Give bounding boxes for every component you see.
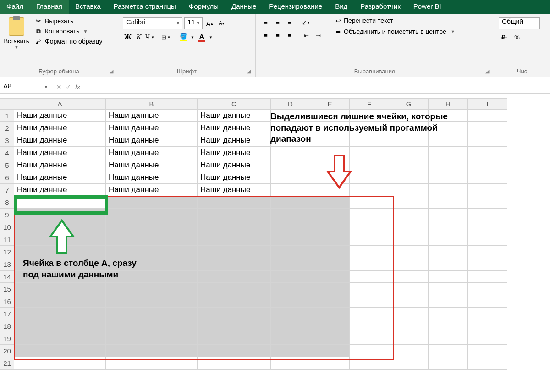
cell-C19[interactable] xyxy=(198,332,271,345)
cell-H8[interactable] xyxy=(429,196,468,209)
cell-I21[interactable] xyxy=(468,357,507,370)
cell-A10[interactable] xyxy=(14,221,106,233)
cell-C20[interactable] xyxy=(198,345,271,357)
cell-D17[interactable] xyxy=(271,308,310,320)
cell-F8[interactable] xyxy=(350,196,389,209)
cell-B5[interactable]: Наши данные xyxy=(106,159,198,171)
cell-G4[interactable] xyxy=(389,147,429,159)
cell-G13[interactable] xyxy=(389,258,429,271)
cell-I9[interactable] xyxy=(468,209,507,221)
cell-B3[interactable]: Наши данные xyxy=(106,134,198,147)
cell-F15[interactable] xyxy=(350,283,389,295)
tab-developer[interactable]: Разработчик xyxy=(354,0,407,14)
merge-center-button[interactable]: ⬌ Объединить и поместить в центре ▼ xyxy=(333,27,458,37)
cell-I4[interactable] xyxy=(468,147,507,159)
column-header-I[interactable]: I xyxy=(468,99,507,110)
cell-I15[interactable] xyxy=(468,283,507,295)
cell-B2[interactable]: Наши данные xyxy=(106,122,198,134)
cell-G11[interactable] xyxy=(389,233,429,246)
cell-E5[interactable] xyxy=(310,159,350,171)
cell-H5[interactable] xyxy=(429,159,468,171)
cell-E21[interactable] xyxy=(310,357,350,370)
cell-B14[interactable] xyxy=(106,271,198,283)
cell-B6[interactable]: Наши данные xyxy=(106,171,198,184)
cell-A7[interactable]: Наши данные xyxy=(14,184,106,196)
cell-E9[interactable] xyxy=(310,209,350,221)
cell-E14[interactable] xyxy=(310,271,350,283)
cell-I10[interactable] xyxy=(468,221,507,233)
cell-F18[interactable] xyxy=(350,320,389,332)
italic-button[interactable]: К xyxy=(134,32,144,42)
cell-G1[interactable] xyxy=(389,110,429,122)
cell-D16[interactable] xyxy=(271,295,310,308)
cell-C4[interactable]: Наши данные xyxy=(198,147,271,159)
cell-C14[interactable] xyxy=(198,271,271,283)
cell-E11[interactable] xyxy=(310,233,350,246)
cell-H10[interactable] xyxy=(429,221,468,233)
fx-icon[interactable]: fx xyxy=(75,83,80,91)
cell-I13[interactable] xyxy=(468,258,507,271)
bold-button[interactable]: Ж xyxy=(123,32,133,42)
cell-C8[interactable] xyxy=(198,196,271,209)
cell-A5[interactable]: Наши данные xyxy=(14,159,106,171)
cell-I1[interactable] xyxy=(468,110,507,122)
column-header-E[interactable]: E xyxy=(310,99,350,110)
align-bottom-button[interactable]: ≡ xyxy=(284,17,295,28)
cell-D21[interactable] xyxy=(271,357,310,370)
enter-formula-button[interactable]: ✓ xyxy=(66,83,72,91)
cell-F4[interactable] xyxy=(350,147,389,159)
cell-G9[interactable] xyxy=(389,209,429,221)
cell-F13[interactable] xyxy=(350,258,389,271)
cell-C18[interactable] xyxy=(198,320,271,332)
cell-E16[interactable] xyxy=(310,295,350,308)
column-header-C[interactable]: C xyxy=(198,99,271,110)
cell-H4[interactable] xyxy=(429,147,468,159)
cell-D15[interactable] xyxy=(271,283,310,295)
cell-F9[interactable] xyxy=(350,209,389,221)
column-header-B[interactable]: B xyxy=(106,99,198,110)
cell-G20[interactable] xyxy=(389,345,429,357)
row-header-8[interactable]: 8 xyxy=(0,196,14,209)
row-header-14[interactable]: 14 xyxy=(0,271,14,283)
cell-C17[interactable] xyxy=(198,308,271,320)
underline-button[interactable]: Ч ▼ xyxy=(145,32,155,42)
cell-D7[interactable] xyxy=(271,184,310,196)
cell-D11[interactable] xyxy=(271,233,310,246)
cell-G2[interactable] xyxy=(389,122,429,134)
cell-B18[interactable] xyxy=(106,320,198,332)
cell-H12[interactable] xyxy=(429,246,468,258)
cell-F1[interactable] xyxy=(350,110,389,122)
cell-D10[interactable] xyxy=(271,221,310,233)
cell-B20[interactable] xyxy=(106,345,198,357)
cell-I6[interactable] xyxy=(468,171,507,184)
row-header-18[interactable]: 18 xyxy=(0,320,14,332)
column-header-H[interactable]: H xyxy=(429,99,468,110)
cell-C13[interactable] xyxy=(198,258,271,271)
align-middle-button[interactable]: ≡ xyxy=(272,17,283,28)
dialog-launcher-alignment[interactable]: ◢ xyxy=(485,68,492,75)
cell-D14[interactable] xyxy=(271,271,310,283)
cell-A9[interactable] xyxy=(14,209,106,221)
row-header-2[interactable]: 2 xyxy=(0,122,14,134)
paste-button[interactable]: Вставить ▼ xyxy=(3,16,30,66)
cell-D6[interactable] xyxy=(271,171,310,184)
cell-F6[interactable] xyxy=(350,171,389,184)
chevron-down-icon[interactable]: ▼ xyxy=(191,35,194,39)
cell-D9[interactable] xyxy=(271,209,310,221)
name-box[interactable]: A8 ▼ xyxy=(0,81,50,93)
align-right-button[interactable]: ≡ xyxy=(284,30,295,40)
cell-G18[interactable] xyxy=(389,320,429,332)
cell-H14[interactable] xyxy=(429,271,468,283)
number-format-combo[interactable]: Общий xyxy=(499,17,540,29)
tab-view[interactable]: Вид xyxy=(329,0,354,14)
cell-D2[interactable] xyxy=(271,122,310,134)
cell-G16[interactable] xyxy=(389,295,429,308)
cell-D20[interactable] xyxy=(271,345,310,357)
cell-D1[interactable] xyxy=(271,110,310,122)
cell-B13[interactable] xyxy=(106,258,198,271)
currency-button[interactable]: ₽▾ xyxy=(499,32,510,42)
cell-I17[interactable] xyxy=(468,308,507,320)
cancel-formula-button[interactable]: ✕ xyxy=(56,83,62,91)
cell-G10[interactable] xyxy=(389,221,429,233)
cell-C21[interactable] xyxy=(198,357,271,370)
